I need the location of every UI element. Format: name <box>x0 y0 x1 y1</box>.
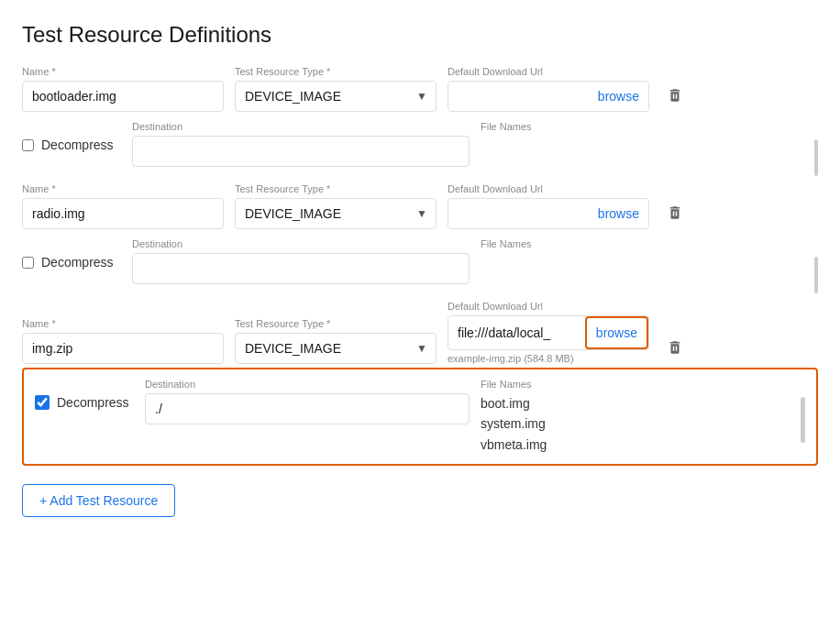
name-field-group-1: Name * <box>22 66 224 112</box>
name-label-3: Name * <box>22 318 224 329</box>
browse-button-1[interactable]: browse <box>589 82 648 111</box>
dest-label-1: Destination <box>132 121 470 132</box>
decompress-label-2[interactable]: Decompress <box>22 238 132 270</box>
delete-button-2[interactable] <box>660 198 690 227</box>
url-field-wrap-3: Default Download Url browse example-img.… <box>448 301 649 364</box>
dest-input-3[interactable] <box>145 393 470 424</box>
decompress-section-2: Decompress Destination File Names <box>22 233 818 290</box>
url-label-1: Default Download Url <box>448 66 649 77</box>
name-input-3[interactable] <box>22 333 224 364</box>
resource-row-1: Name * Test Resource Type * DEVICE_IMAGE… <box>22 66 818 112</box>
filenames-group-3: File Names boot.imgsystem.imgvbmeta.img <box>481 379 805 455</box>
type-select-3[interactable]: DEVICE_IMAGE TEST_APK CONFIG_FILE <box>235 333 437 364</box>
scrollbar-2 <box>814 257 818 293</box>
browse-button-3[interactable]: browse <box>585 316 648 349</box>
url-field-wrap-2: Default Download Url browse <box>448 183 649 229</box>
decompress-checkbox-1[interactable] <box>22 139 34 151</box>
type-field-group-3: Test Resource Type * DEVICE_IMAGE TEST_A… <box>235 318 437 364</box>
type-field-group-1: Test Resource Type * DEVICE_IMAGE TEST_A… <box>235 66 437 112</box>
type-select-2[interactable]: DEVICE_IMAGE TEST_APK CONFIG_FILE <box>235 198 437 229</box>
url-input-3[interactable] <box>448 318 585 347</box>
type-select-wrapper-3: DEVICE_IMAGE TEST_APK CONFIG_FILE ▼ <box>235 333 437 364</box>
url-input-row-2: browse <box>448 198 649 229</box>
url-input-1[interactable] <box>448 82 589 111</box>
decompress-checkbox-3[interactable] <box>35 395 50 410</box>
decompress-section-1: Decompress Destination File Names <box>22 116 818 172</box>
dest-label-2: Destination <box>132 238 470 249</box>
filenames-label-2: File Names <box>481 238 818 249</box>
file-hint-3: example-img.zip (584.8 MB) <box>448 353 649 364</box>
type-label-2: Test Resource Type * <box>235 183 437 194</box>
decompress-text-2: Decompress <box>41 255 114 270</box>
dest-label-3: Destination <box>145 379 470 390</box>
name-label-2: Name * <box>22 183 224 194</box>
type-select-wrapper-1: DEVICE_IMAGE TEST_APK CONFIG_FILE ▼ <box>235 81 437 112</box>
url-input-row-3: browse <box>448 315 649 350</box>
decompress-label-1[interactable]: Decompress <box>22 121 132 152</box>
dest-group-1: Destination <box>132 121 470 167</box>
decompress-section-3: Decompress Destination File Names boot.i… <box>22 368 818 466</box>
name-field-group-3: Name * <box>22 318 224 364</box>
dest-group-2: Destination <box>132 238 470 284</box>
scrollbar-3[interactable] <box>801 397 805 443</box>
filenames-text-3: boot.imgsystem.imgvbmeta.img <box>481 393 805 455</box>
name-label-1: Name * <box>22 66 224 77</box>
decompress-text-1: Decompress <box>41 138 114 152</box>
filenames-label-1: File Names <box>481 121 818 132</box>
name-input-2[interactable] <box>22 198 224 229</box>
name-field-group-2: Name * <box>22 183 224 229</box>
type-label-3: Test Resource Type * <box>235 318 437 329</box>
decompress-label-3[interactable]: Decompress <box>35 379 145 410</box>
decompress-checkbox-2[interactable] <box>22 257 34 269</box>
type-label-1: Test Resource Type * <box>235 66 437 77</box>
resource-block-1: Name * Test Resource Type * DEVICE_IMAGE… <box>22 66 818 172</box>
url-field-wrap-1: Default Download Url browse <box>448 66 649 112</box>
url-input-2[interactable] <box>448 199 589 228</box>
scrollbar-1 <box>814 139 818 176</box>
filenames-group-1: File Names <box>481 121 818 136</box>
page-title: Test Resource Definitions <box>22 22 818 48</box>
dest-input-1[interactable] <box>132 136 470 167</box>
url-input-row-1: browse <box>448 81 649 112</box>
decompress-text-3: Decompress <box>57 395 129 410</box>
resource-block-2: Name * Test Resource Type * DEVICE_IMAGE… <box>22 183 818 290</box>
resource-block-3: Name * Test Resource Type * DEVICE_IMAGE… <box>22 301 818 466</box>
dest-input-2[interactable] <box>132 253 470 284</box>
name-input-1[interactable] <box>22 81 224 112</box>
resource-row-3: Name * Test Resource Type * DEVICE_IMAGE… <box>22 301 818 364</box>
delete-button-1[interactable] <box>660 81 690 110</box>
url-label-3: Default Download Url <box>448 301 649 312</box>
browse-button-2[interactable]: browse <box>589 199 648 228</box>
delete-button-3[interactable] <box>660 333 690 362</box>
dest-group-3: Destination <box>145 379 470 424</box>
type-select-1[interactable]: DEVICE_IMAGE TEST_APK CONFIG_FILE <box>235 81 437 112</box>
type-select-wrapper-2: DEVICE_IMAGE TEST_APK CONFIG_FILE ▼ <box>235 198 437 229</box>
resource-row-2: Name * Test Resource Type * DEVICE_IMAGE… <box>22 183 818 229</box>
filenames-group-2: File Names <box>481 238 818 253</box>
add-resource-button[interactable]: + Add Test Resource <box>22 484 175 517</box>
filenames-label-3: File Names <box>481 379 805 390</box>
url-label-2: Default Download Url <box>448 183 649 194</box>
type-field-group-2: Test Resource Type * DEVICE_IMAGE TEST_A… <box>235 183 437 229</box>
